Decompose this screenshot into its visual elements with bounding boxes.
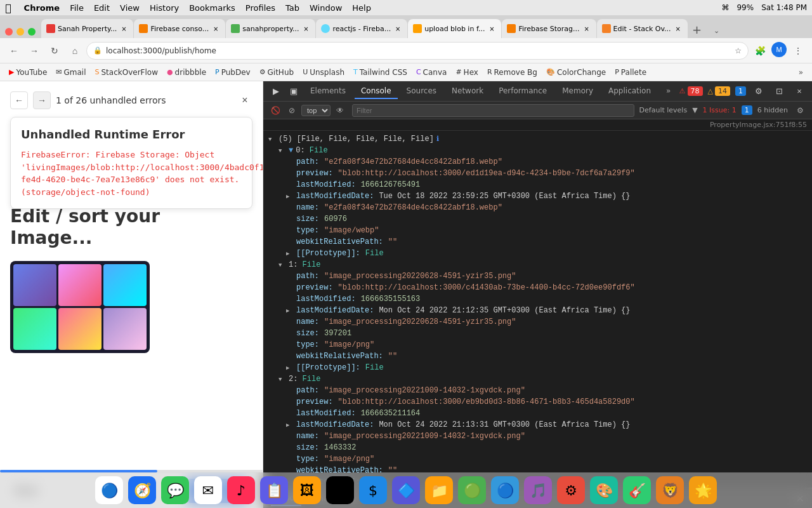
devtools-device-button[interactable]: ▣ xyxy=(286,84,301,99)
dock-app8[interactable]: 🎸 xyxy=(623,476,651,504)
entry-1-lastmoddate[interactable]: lastModifiedDate: Mon Oct 24 2022 21:12:… xyxy=(263,305,812,316)
tab-upload[interactable]: upload blob in f... × xyxy=(408,19,501,38)
entry-1-proto[interactable]: [[Prototype]]: File xyxy=(263,362,812,373)
bookmark-unsplash[interactable]: U Unsplash xyxy=(299,67,348,78)
apple-menu[interactable]:  xyxy=(5,2,11,14)
devtools-tab-application[interactable]: Application xyxy=(602,84,657,99)
tab-sanah[interactable]: Sanah Property... × xyxy=(41,19,133,38)
menu-history[interactable]: History xyxy=(150,3,179,13)
dock-app9[interactable]: 🦁 xyxy=(656,476,684,504)
devtools-tab-more[interactable]: » xyxy=(660,84,677,99)
expand-arrow-0[interactable] xyxy=(278,145,286,156)
home-button[interactable]: ⌂ xyxy=(66,42,84,60)
dock-app6[interactable]: ⚙ xyxy=(557,476,585,504)
entry-2-lastmoddate[interactable]: lastModifiedDate: Mon Oct 24 2022 21:13:… xyxy=(263,419,812,431)
tab-storage[interactable]: Firebase Storag... × xyxy=(502,19,596,38)
expand-arrow-lastmoddate1[interactable] xyxy=(286,305,294,316)
star-icon[interactable]: ☆ xyxy=(735,46,742,55)
dock-app10[interactable]: 🌟 xyxy=(689,476,717,504)
menu-edit[interactable]: Edit xyxy=(94,3,110,13)
console-output[interactable]: (5) [File, File, File, File, File] ℹ ▼ 0… xyxy=(263,131,812,488)
devtools-tab-console[interactable]: Console xyxy=(355,84,398,99)
tab-stack[interactable]: Edit - Stack Ov... × xyxy=(597,19,688,38)
tab-sanahprop[interactable]: sanahproperty... × xyxy=(226,19,315,38)
menu-chrome[interactable]: Chrome xyxy=(24,3,60,13)
more-button[interactable]: ⋮ xyxy=(789,42,807,60)
bookmark-pubdev[interactable]: P PubDev xyxy=(211,67,254,78)
new-tab-button[interactable]: + xyxy=(688,20,706,38)
expand-arrow-2[interactable] xyxy=(278,373,286,385)
dock-app7[interactable]: 🎨 xyxy=(590,476,618,504)
extensions-button[interactable]: 🧩 xyxy=(751,42,769,60)
bookmark-hex[interactable]: # Hex xyxy=(452,67,482,78)
tab-storage-close[interactable]: × xyxy=(582,24,591,33)
console-filter-toggle[interactable]: ⊘ xyxy=(285,104,299,117)
profile-button[interactable]: M xyxy=(771,42,787,57)
dock-app1[interactable]: 🔷 xyxy=(392,476,420,504)
console-entry-summary[interactable]: (5) [File, File, File, File, File] ℹ xyxy=(263,133,812,145)
menu-profiles[interactable]: Profiles xyxy=(246,3,275,13)
devtools-settings-button[interactable]: ⚙ xyxy=(751,84,766,99)
dock-xcode[interactable]: ⌨ xyxy=(326,476,354,504)
console-entry-1[interactable]: 1: File xyxy=(263,259,812,271)
console-eye-button[interactable]: 👁 xyxy=(333,104,347,117)
devtools-tab-network[interactable]: Network xyxy=(445,84,490,99)
console-entry-2[interactable]: 2: File xyxy=(263,373,812,385)
bookmark-stackoverflow[interactable]: S StackOverFlow xyxy=(91,67,162,78)
dock-app5[interactable]: 🎵 xyxy=(524,476,552,504)
expand-arrow-1[interactable] xyxy=(278,259,286,271)
error-prev-button[interactable]: ← xyxy=(10,91,28,109)
tab-upload-close[interactable]: × xyxy=(487,24,496,33)
dock-terminal[interactable]: $ xyxy=(359,476,387,504)
bookmark-pallete[interactable]: P Pallete xyxy=(611,67,650,78)
devtools-close-button[interactable]: × xyxy=(792,84,807,99)
bookmark-youtube[interactable]: ▶ YouTube xyxy=(5,67,51,78)
minimize-window-btn[interactable] xyxy=(16,28,24,36)
error-close-button[interactable]: × xyxy=(237,93,252,108)
forward-button[interactable]: → xyxy=(25,42,43,60)
entry-0-lastmoddate[interactable]: lastModifiedDate: Tue Oct 18 2022 23:59:… xyxy=(263,190,812,202)
expand-arrow-lastmoddate[interactable] xyxy=(286,190,294,202)
maximize-window-btn[interactable] xyxy=(28,28,36,36)
menu-view[interactable]: View xyxy=(120,3,140,13)
menu-window[interactable]: Window xyxy=(310,3,342,13)
bookmark-github[interactable]: ⚙ GitHub xyxy=(256,67,298,78)
expand-arrow-lastmoddate2[interactable] xyxy=(286,419,294,431)
bookmark-colorchange[interactable]: 🎨 ColorChange xyxy=(542,67,610,78)
devtools-tab-memory[interactable]: Memory xyxy=(556,84,599,99)
tab-sanahprop-close[interactable]: × xyxy=(301,24,310,33)
address-bar[interactable]: 🔒 localhost:3000/publish/home ☆ xyxy=(86,42,749,60)
bookmark-canva[interactable]: C Canva xyxy=(412,67,450,78)
bookmark-dribbble[interactable]: ● dribbble xyxy=(163,67,210,78)
dock-app4[interactable]: 🔵 xyxy=(491,476,519,504)
dock-photos[interactable]: 🖼 xyxy=(293,476,321,504)
devtools-tab-sources[interactable]: Sources xyxy=(400,84,443,99)
back-button[interactable]: ← xyxy=(5,42,23,60)
entry-0-proto[interactable]: [[Prototype]]: File xyxy=(263,248,812,259)
console-settings-button[interactable]: ⚙ xyxy=(793,104,807,117)
console-clear-button[interactable]: 🚫 xyxy=(268,104,282,117)
dock-app3[interactable]: 🟢 xyxy=(458,476,486,504)
console-entry-0[interactable]: ▼ 0: File xyxy=(263,145,812,156)
console-filter-input[interactable] xyxy=(352,104,634,117)
tab-firebase1[interactable]: Firebase conso... × xyxy=(134,19,225,38)
tab-reactjs[interactable]: reactjs - Fireba... × xyxy=(316,19,407,38)
menu-file[interactable]: File xyxy=(70,3,84,13)
menu-tab[interactable]: Tab xyxy=(285,3,299,13)
close-window-btn[interactable] xyxy=(5,28,13,36)
tab-sanah-close[interactable]: × xyxy=(119,24,128,33)
console-context-select[interactable]: top xyxy=(301,105,331,116)
expand-arrow-proto0[interactable] xyxy=(286,248,294,259)
bookmark-tailwind[interactable]: T Tailwind CSS xyxy=(350,67,411,78)
bookmark-removebg[interactable]: R Remove Bg xyxy=(483,67,541,78)
tab-reactjs-close[interactable]: × xyxy=(393,24,402,33)
dock-app2[interactable]: 📁 xyxy=(425,476,453,504)
bookmark-gmail[interactable]: ✉ Gmail xyxy=(52,67,89,78)
reload-button[interactable]: ↻ xyxy=(46,42,63,60)
devtools-dock-button[interactable]: ⊡ xyxy=(771,84,787,99)
devtools-inspect-button[interactable]: ▶ xyxy=(268,84,284,99)
tab-stack-close[interactable]: × xyxy=(674,24,683,33)
tab-expand-button[interactable]: ⌄ xyxy=(709,23,724,38)
devtools-tab-elements[interactable]: Elements xyxy=(304,84,352,99)
menu-help[interactable]: Help xyxy=(352,3,371,13)
